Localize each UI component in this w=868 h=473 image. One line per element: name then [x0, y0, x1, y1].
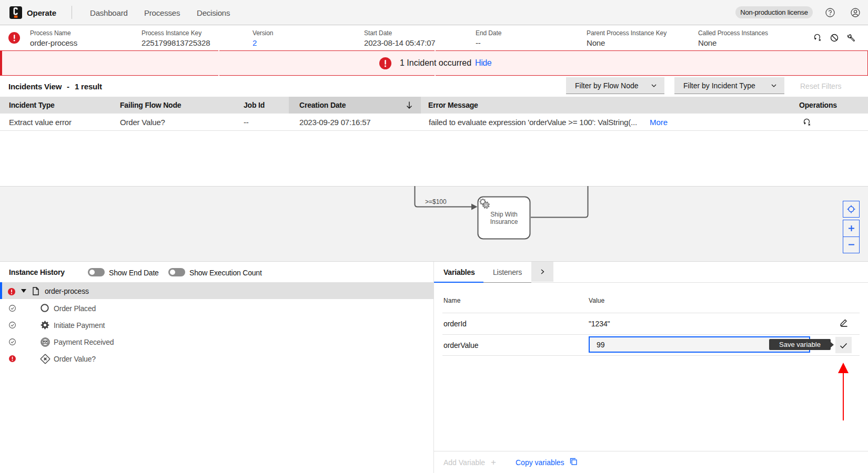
- svg-text:Insurance: Insurance: [490, 218, 518, 225]
- svg-text:>=$100: >=$100: [425, 198, 447, 205]
- svg-text:Ship With: Ship With: [490, 211, 517, 218]
